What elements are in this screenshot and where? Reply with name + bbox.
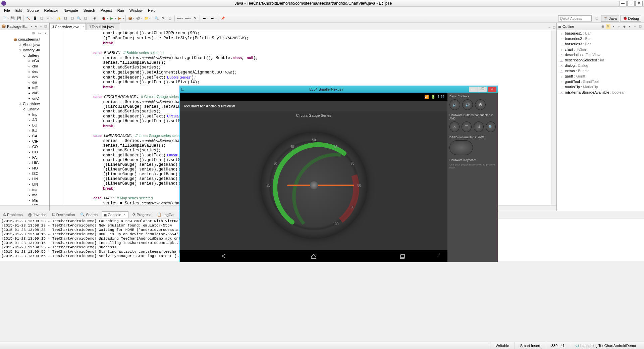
tree-item[interactable]: JBatterySta <box>1 48 49 53</box>
tree-item[interactable]: ○cha <box>1 64 49 69</box>
skip-bp-icon[interactable]: ⊘ <box>92 15 98 21</box>
tree-item[interactable]: ▪FA <box>1 155 49 160</box>
search-icon[interactable]: 🔍 <box>154 15 160 21</box>
editor-max-icon[interactable]: ☐ <box>552 25 556 30</box>
tree-item[interactable]: ▪ma <box>1 187 49 193</box>
tree-item[interactable]: ●okB <box>1 91 49 96</box>
tree-item[interactable]: ▪HIG <box>1 160 49 166</box>
package-tree[interactable]: 📦com.steema.tJAbout.javaJBatteryStaCBatt… <box>0 36 49 205</box>
tab-progress[interactable]: ⟳ Progress <box>131 212 153 217</box>
lint-icon[interactable]: ✓ <box>45 15 51 21</box>
editor2-icon[interactable]: ☐ <box>69 15 75 21</box>
quick-access-input[interactable] <box>558 15 592 21</box>
run-ext-icon[interactable]: ▶ <box>117 15 123 21</box>
menu-run[interactable]: Run <box>115 8 127 13</box>
tab-javadoc[interactable]: @ Javadoc <box>26 212 48 217</box>
editor-vscroll[interactable] <box>551 30 556 205</box>
tree-item[interactable]: JChartView <box>1 101 49 107</box>
menu-window[interactable]: Window <box>127 8 145 13</box>
tree-item[interactable]: 📦com.steema.t <box>1 37 49 42</box>
outline-item[interactable]: △descriptionSelected : int <box>557 58 643 63</box>
nav-recent-icon[interactable] <box>398 253 408 259</box>
minimize-view-icon[interactable]: – <box>39 24 43 29</box>
maximize-button[interactable]: ☐ <box>627 1 635 6</box>
sort-icon[interactable]: ⊞ <box>600 24 605 29</box>
link-icon[interactable]: ⇆ <box>34 24 39 29</box>
debug-perspective-button[interactable]: 🐞Debug <box>621 15 641 22</box>
outline-max-icon[interactable]: ☐ <box>638 24 643 29</box>
tree-item[interactable]: ●onC <box>1 96 49 101</box>
open-task-icon[interactable]: ☐ <box>83 15 89 21</box>
menu-search[interactable]: Search <box>81 8 98 13</box>
emu-power-icon[interactable]: ⏻ <box>475 99 486 110</box>
pin-icon[interactable]: 📌 <box>220 15 226 21</box>
fwd-icon[interactable]: ➡ <box>209 15 215 21</box>
tree-item[interactable]: JAbout.java <box>1 42 49 48</box>
hide-nonpub-icon[interactable]: ◆ <box>622 24 627 29</box>
emu-search-icon[interactable]: 🔍 <box>486 121 496 132</box>
tab-console[interactable]: ▣ Console × <box>102 211 128 218</box>
emu-volume-down-icon[interactable]: 🔉 <box>449 99 460 110</box>
new-pkg-icon[interactable]: 📦 <box>127 15 133 21</box>
new-folder-icon[interactable]: 📁 <box>143 15 149 21</box>
tree-item[interactable]: ▪AR <box>1 117 49 123</box>
tree-item[interactable]: ▪ISC <box>1 171 49 177</box>
prev-edit-icon[interactable]: ⟸ <box>176 15 182 21</box>
emu-dpad[interactable] <box>449 140 473 155</box>
build-icon[interactable]: 🔨 <box>25 15 31 21</box>
emu-volume-up-icon[interactable]: 🔊 <box>462 99 473 110</box>
outline-min-icon[interactable]: – <box>633 24 637 29</box>
tree-item[interactable]: CChartV <box>1 107 49 112</box>
wand-icon[interactable]: ✨ <box>56 15 62 21</box>
menu-edit[interactable]: Edit <box>13 8 24 13</box>
emu-menu-icon[interactable]: ☰ <box>462 121 472 132</box>
outline-item[interactable]: ○chart : TChart <box>557 47 643 52</box>
outline-item[interactable]: △description : TextView <box>557 52 643 58</box>
tree-item[interactable]: ■mE <box>1 85 49 91</box>
tree-item[interactable]: ○dia <box>1 80 49 85</box>
tree-item[interactable]: ▪ma <box>1 193 49 198</box>
editor-tab-toolslist[interactable]: J ToolsList.java <box>87 23 120 30</box>
tab-declaration[interactable]: ☐ Declaration <box>51 212 76 217</box>
emu-min-button[interactable]: — <box>469 87 478 92</box>
outline-item[interactable]: ○gantt : Gantt <box>557 74 643 79</box>
tree-item[interactable]: ▪BU <box>1 128 49 134</box>
debug-icon[interactable]: 🐞 <box>101 15 107 21</box>
outline-item[interactable]: ○barseries2 : Bar <box>557 36 643 42</box>
open-perspective-icon[interactable]: ☐ <box>594 15 600 21</box>
menu-source[interactable]: Source <box>24 8 42 13</box>
hide-fields-icon[interactable]: ● <box>611 24 616 29</box>
tree-item[interactable]: ▪ME <box>1 198 49 203</box>
outline-item[interactable]: ○barseries1 : Bar <box>557 31 643 36</box>
avd-icon[interactable]: ☐ <box>39 15 45 21</box>
tree-item[interactable]: ▪LIN <box>1 177 49 182</box>
menu-help[interactable]: Help <box>145 8 158 13</box>
menu-file[interactable]: File <box>1 8 13 13</box>
emu-close-button[interactable]: × <box>488 87 496 92</box>
nav-home-icon[interactable] <box>309 253 319 259</box>
hide-static-icon[interactable]: ○ <box>616 24 621 29</box>
tree-item[interactable]: ○dev <box>1 74 49 80</box>
save-all-icon[interactable]: 💾 <box>16 15 22 21</box>
tab-problems[interactable]: ⚠ Problems <box>1 212 24 217</box>
pkg-hscroll[interactable] <box>0 205 49 211</box>
sdk-icon[interactable]: 📱 <box>32 15 38 21</box>
menu-project[interactable]: Project <box>98 8 114 13</box>
close-console-icon[interactable]: × <box>122 212 127 217</box>
outline-item[interactable]: △dialog : Dialog <box>557 63 643 68</box>
menu-refactor[interactable]: Refactor <box>42 8 61 13</box>
tree-item[interactable]: ○cGa <box>1 58 49 64</box>
editor-min-icon[interactable]: – <box>547 25 552 30</box>
java-perspective-button[interactable]: ☕Java <box>601 15 619 22</box>
open-type-icon[interactable]: 🔍 <box>76 15 82 21</box>
emu-home-icon[interactable]: ⌂ <box>449 121 460 132</box>
tree-item[interactable]: ▪CA <box>1 134 49 139</box>
view-menu-icon[interactable]: ▾ <box>43 31 48 36</box>
tree-item[interactable]: ▪BU <box>1 123 49 128</box>
link-ed-icon[interactable]: ⇆ <box>37 31 42 36</box>
menu-navigate[interactable]: Navigate <box>61 8 80 13</box>
next-edit-icon[interactable]: ⟹ <box>184 15 190 21</box>
tab-search[interactable]: 🔍 Search <box>79 212 99 217</box>
tree-item[interactable]: ▪CO <box>1 144 49 150</box>
tree-item[interactable]: ▪HO <box>1 166 49 171</box>
